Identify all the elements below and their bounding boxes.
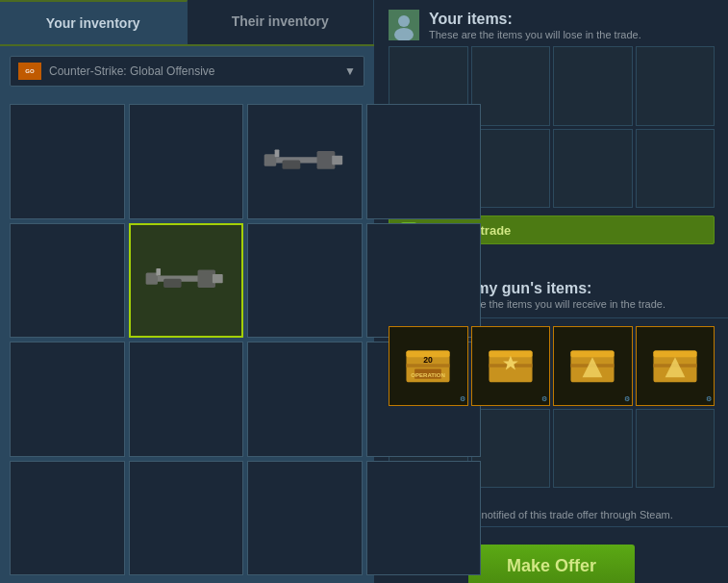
your-items-subtitle: These are the items you will lose in the…	[429, 29, 641, 40]
inv-cell-2[interactable]	[129, 104, 244, 219]
crate-corner-4: ⚙	[706, 395, 712, 403]
weapon-icon-3	[260, 116, 350, 207]
game-name: Counter-Strike: Global Offensive	[49, 64, 344, 78]
inv-cell-13[interactable]	[10, 461, 125, 576]
svg-rect-9	[213, 274, 223, 283]
inv-cell-4[interactable]	[366, 104, 482, 219]
svg-rect-4	[282, 160, 300, 168]
inv-cell-7[interactable]	[247, 223, 363, 339]
crate-icon-1: 20 OPERATION	[403, 341, 453, 391]
your-items-title: Your items:	[429, 11, 641, 28]
your-trade-cell-6[interactable]	[471, 129, 551, 209]
inv-cell-5[interactable]	[10, 223, 125, 339]
crate-icon-3	[567, 341, 617, 391]
left-panel: Your inventory Their inventory GO Counte…	[0, 0, 375, 583]
svg-rect-33	[653, 351, 696, 358]
svg-rect-29	[571, 351, 615, 358]
your-trade-cell-2[interactable]	[471, 46, 551, 126]
your-trade-cell-8[interactable]	[636, 129, 715, 209]
your-items-text: Your items: These are the items you will…	[429, 11, 641, 40]
crate-corner-3: ⚙	[624, 395, 630, 403]
their-trade-cell-6[interactable]	[471, 409, 551, 489]
your-trade-cell-4[interactable]	[636, 46, 715, 126]
svg-rect-11	[156, 268, 161, 276]
your-trade-cell-7[interactable]	[553, 129, 633, 209]
crate-icon-4	[650, 341, 700, 391]
dropdown-arrow-icon: ▼	[344, 64, 356, 78]
svg-rect-20	[407, 365, 450, 368]
svg-rect-8	[146, 273, 158, 285]
inv-cell-3[interactable]	[247, 104, 363, 219]
svg-text:OPERATION: OPERATION	[412, 372, 446, 378]
svg-rect-10	[163, 279, 181, 288]
their-trade-cell-1[interactable]: 20 OPERATION ⚙	[389, 326, 468, 406]
tab-bar: Your inventory Their inventory	[0, 0, 374, 46]
crate-icon-2	[486, 341, 536, 391]
crate-corner-1: ⚙	[460, 395, 465, 403]
make-offer-button[interactable]: Make Offer	[468, 545, 635, 583]
their-trade-cell-2[interactable]: ⚙	[471, 326, 551, 406]
crate-corner-2: ⚙	[541, 395, 547, 403]
svg-rect-5	[274, 149, 279, 157]
their-trade-cell-3[interactable]: ⚙	[553, 326, 633, 406]
tab-your-inventory[interactable]: Your inventory	[0, 0, 188, 44]
inv-cell-1[interactable]	[10, 104, 125, 219]
svg-text:20: 20	[423, 355, 433, 365]
inv-cell-16[interactable]	[366, 461, 482, 576]
tab-their-inventory[interactable]: Their inventory	[188, 0, 375, 44]
your-items-header: Your items: These are the items you will…	[389, 10, 715, 40]
your-trade-cell-3[interactable]	[553, 46, 633, 126]
their-trade-cell-8[interactable]	[636, 409, 715, 489]
inv-cell-15[interactable]	[247, 461, 363, 576]
inv-cell-11[interactable]	[247, 342, 363, 457]
game-icon: GO	[18, 63, 41, 80]
game-selector[interactable]: GO Counter-Strike: Global Offensive ▼	[10, 56, 364, 87]
inv-cell-6[interactable]	[129, 223, 244, 339]
inv-cell-10[interactable]	[129, 342, 244, 457]
inventory-grid	[0, 96, 374, 583]
weapon-icon-6	[141, 236, 230, 324]
svg-rect-3	[332, 155, 342, 164]
svg-point-13	[398, 15, 410, 27]
their-trade-cell-4[interactable]: ⚙	[636, 326, 715, 406]
svg-rect-2	[264, 154, 276, 166]
inv-cell-8[interactable]	[366, 223, 482, 339]
your-avatar	[389, 10, 419, 40]
inv-cell-9[interactable]	[10, 342, 125, 457]
their-trade-cell-7[interactable]	[553, 409, 633, 489]
inv-cell-14[interactable]	[129, 461, 244, 576]
